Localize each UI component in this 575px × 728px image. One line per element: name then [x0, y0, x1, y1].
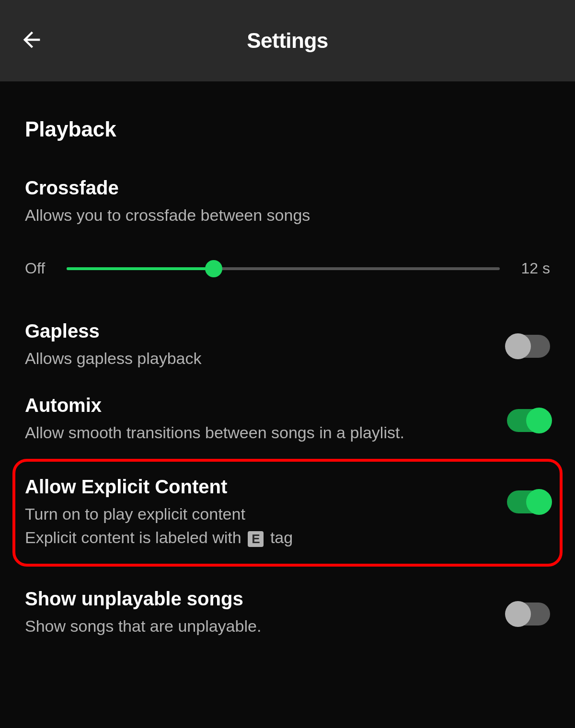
unplayable-row: Show unplayable songs Show songs that ar… — [25, 588, 550, 638]
crossfade-slider-max-label: 12 s — [521, 260, 550, 277]
crossfade-slider-off-label: Off — [25, 260, 45, 277]
explicit-desc2: Explicit content is labeled with E tag — [25, 526, 493, 549]
explicit-title: Allow Explicit Content — [25, 476, 493, 498]
unplayable-title: Show unplayable songs — [25, 588, 493, 610]
explicit-row: Allow Explicit Content Turn on to play e… — [25, 476, 550, 550]
arrow-left-icon — [19, 27, 44, 52]
unplayable-desc: Show songs that are unplayable. — [25, 614, 493, 638]
crossfade-setting: Crossfade Allows you to crossfade betwee… — [25, 177, 550, 227]
header: Settings — [0, 0, 575, 81]
gapless-row: Gapless Allows gapless playback — [25, 320, 550, 370]
back-button[interactable] — [19, 27, 44, 54]
gapless-desc: Allows gapless playback — [25, 347, 493, 370]
toggle-knob — [505, 333, 531, 359]
explicit-desc2-post: tag — [265, 528, 293, 546]
crossfade-slider[interactable] — [67, 267, 499, 270]
explicit-badge-icon: E — [248, 531, 264, 547]
crossfade-title: Crossfade — [25, 177, 550, 199]
crossfade-desc: Allows you to crossfade between songs — [25, 204, 550, 227]
crossfade-slider-fill — [67, 267, 214, 270]
toggle-knob — [526, 489, 552, 515]
explicit-highlight: Allow Explicit Content Turn on to play e… — [12, 459, 563, 567]
crossfade-slider-row: Off 12 s — [25, 260, 550, 277]
explicit-desc2-pre: Explicit content is labeled with — [25, 528, 246, 546]
section-title: Playback — [25, 117, 550, 141]
automix-title: Automix — [25, 395, 493, 416]
page-title: Settings — [19, 29, 556, 53]
automix-row: Automix Allow smooth transitions between… — [25, 395, 550, 444]
toggle-knob — [505, 601, 531, 627]
crossfade-slider-thumb[interactable] — [205, 260, 222, 277]
automix-toggle[interactable] — [507, 409, 550, 432]
explicit-desc1: Turn on to play explicit content — [25, 502, 493, 526]
content: Playback Crossfade Allows you to crossfa… — [0, 81, 575, 638]
unplayable-toggle[interactable] — [507, 603, 550, 626]
automix-desc: Allow smooth transitions between songs i… — [25, 421, 493, 444]
toggle-knob — [526, 408, 552, 433]
gapless-toggle[interactable] — [507, 335, 550, 358]
explicit-toggle[interactable] — [507, 490, 550, 513]
gapless-title: Gapless — [25, 320, 493, 342]
